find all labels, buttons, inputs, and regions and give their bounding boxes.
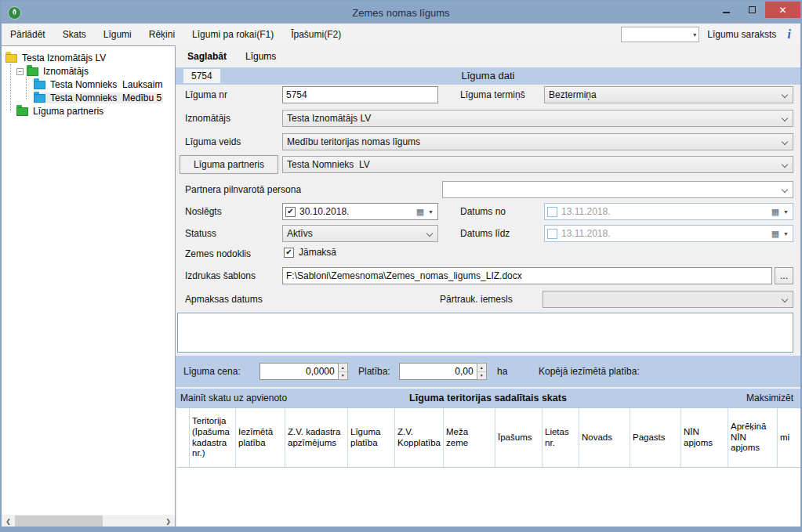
datums-no-datepicker[interactable]: 13.11.2018. ▦ ▼	[544, 203, 793, 220]
chevron-down-icon	[782, 92, 788, 98]
jamaksa-checkbox[interactable]	[284, 248, 294, 258]
pilnvarota-persona-combobox[interactable]	[442, 181, 793, 198]
spin-up-icon[interactable]: ▲	[339, 364, 347, 372]
column-header-liguma-platiba[interactable]: Līguma platība	[348, 408, 395, 467]
switch-view-button[interactable]: Mainīt skatu uz apvienoto	[180, 393, 287, 404]
form-header-title: Līguma dati	[176, 70, 800, 81]
liguma-termins-combobox[interactable]: Beztermiņa	[544, 86, 793, 103]
tree-connector-line	[10, 64, 11, 111]
tree-connector-line	[26, 78, 27, 99]
maximize-grid-button[interactable]: Maksimizēt	[746, 393, 793, 404]
spin-down-icon[interactable]: ▼	[339, 372, 347, 380]
spin-down-icon[interactable]: ▼	[477, 372, 486, 380]
platiba-label: Platība:	[358, 366, 390, 377]
column-header-novads[interactable]: Novads	[579, 408, 630, 467]
column-header-pagasts[interactable]: Pagasts	[630, 408, 681, 467]
jamaksa-checkbox-row[interactable]: Jāmaksā	[284, 247, 336, 258]
liguma-cena-spinner[interactable]: ▲▼	[259, 363, 348, 380]
menu-skats[interactable]: Skats	[54, 25, 95, 44]
chevron-down-icon	[782, 296, 788, 302]
column-header-zv-kopplatiba[interactable]: Z.V. Kopplatība	[395, 408, 444, 467]
title-bar: Zemes nomas līgums ✕	[2, 2, 800, 24]
scrollbar-thumb[interactable]	[15, 516, 103, 527]
column-header-nin-apjoms[interactable]: NĪN apjoms	[681, 408, 728, 467]
quick-search-combobox[interactable]: ▾	[621, 27, 699, 42]
datums-no-checkbox[interactable]	[547, 207, 557, 217]
liguma-partneris-button[interactable]: Līguma partneris	[180, 155, 278, 174]
pilnvarota-persona-label: Partnera pilnvarotā persona	[185, 184, 301, 195]
menu-parladet[interactable]: Pārlādēt	[2, 25, 54, 44]
scroll-right-icon[interactable]: ❯	[161, 518, 175, 525]
noslegts-checkbox[interactable]	[285, 207, 296, 217]
tree-item-iznomatajs[interactable]: − Iznomātājs	[2, 65, 175, 78]
iznomatajs-combobox[interactable]: Testa Iznomātājs LV	[282, 110, 793, 127]
chevron-down-icon[interactable]: ▼	[783, 209, 789, 215]
maximize-button[interactable]	[739, 2, 765, 18]
iznomatajs-label: Iznomātājs	[185, 113, 230, 124]
liguma-veids-combobox[interactable]: Medību teritorijas nomas līgums	[282, 133, 793, 150]
tree-item-root[interactable]: Testa Iznomātājs LV	[2, 52, 175, 64]
partrauk-iemesls-combobox[interactable]	[543, 291, 793, 308]
menu-ipasumi[interactable]: Īpašumi(F2)	[282, 25, 350, 44]
calendar-icon[interactable]: ▦	[771, 208, 779, 216]
noslegts-datepicker[interactable]: 30.10.2018. ▦ ▼	[282, 203, 438, 220]
minimize-button[interactable]	[713, 2, 739, 18]
chevron-down-icon[interactable]: ▼	[428, 209, 434, 215]
column-header-mi[interactable]: mi	[778, 408, 800, 467]
spin-up-icon[interactable]: ▲	[477, 364, 486, 372]
browse-button[interactable]: ...	[775, 267, 793, 284]
column-header-meza-zeme[interactable]: Meža zeme	[444, 408, 495, 467]
statuss-combobox[interactable]: Aktīvs	[282, 225, 438, 242]
statuss-label: Statuss	[185, 228, 216, 239]
izdrukas-sablons-input[interactable]	[282, 267, 772, 284]
platiba-unit-label: ha	[497, 366, 507, 377]
contract-form-panel: Saglabāt Līgums Līguma dati 5754 Līguma …	[176, 45, 800, 528]
chevron-down-icon: ▾	[693, 31, 696, 38]
tree-item-nomnieks-lauksaim[interactable]: Testa Nomnieks Lauksaim	[2, 78, 175, 91]
folder-blue-icon	[34, 81, 45, 89]
form-header-bar: Līguma dati 5754	[176, 67, 800, 85]
apmaksas-datums-label: Apmaksas datums	[185, 294, 263, 305]
column-header-iezimeta-platiba[interactable]: Iezīmētā platība	[236, 408, 285, 467]
column-header-lietas-nr[interactable]: Lietas nr.	[543, 408, 579, 467]
platiba-spinner[interactable]: ▲▼	[399, 363, 487, 380]
scroll-left-icon[interactable]: ❮	[2, 518, 15, 525]
column-header-zv-kadastra[interactable]: Z.V. kadastra apzīmējums	[285, 408, 348, 467]
column-header-selector[interactable]	[177, 408, 190, 467]
territories-grid-body[interactable]	[177, 468, 800, 528]
column-header-teritorija[interactable]: Teritorija (Īpašuma kadastra nr.)	[190, 408, 236, 467]
info-icon[interactable]: i	[784, 27, 794, 42]
contract-menu-button[interactable]: Līgums	[236, 47, 285, 66]
datums-lidz-checkbox[interactable]	[547, 229, 557, 239]
chevron-down-icon	[426, 230, 433, 237]
menu-ligumi-pa-rokai[interactable]: Līgumi pa rokai(F1)	[183, 25, 282, 44]
column-header-ipasums[interactable]: Īpašums	[495, 408, 543, 467]
chevron-down-icon	[782, 186, 788, 193]
territories-section-bar: Līguma teritorijas sadalītais skats Main…	[176, 389, 800, 407]
ligumu-saraksts-label[interactable]: Līgumu saraksts	[707, 29, 776, 40]
liguma-partneris-combobox[interactable]: Testa Nomnieks LV	[282, 156, 793, 173]
datums-lidz-datepicker[interactable]: 13.11.2018. ▦ ▼	[544, 225, 793, 242]
datums-lidz-label: Datums līdz	[460, 228, 510, 239]
column-header-aprekina-nin[interactable]: Aprēķinā NĪN apjoms	[728, 408, 778, 467]
tree-item-nomnieks-medibu[interactable]: Testa Nomnieks Medību 5	[2, 92, 175, 104]
tree-horizontal-scrollbar[interactable]: ❮ ❯	[2, 515, 175, 528]
tree-collapse-icon[interactable]: −	[16, 68, 24, 75]
calendar-icon[interactable]: ▦	[416, 208, 424, 216]
calendar-icon[interactable]: ▦	[771, 230, 779, 238]
menu-rekini[interactable]: Rēķini	[140, 25, 183, 44]
chevron-down-icon	[782, 161, 788, 168]
form-toolbar: Saglabāt Līgums	[176, 45, 285, 67]
chevron-down-icon[interactable]: ▼	[783, 231, 789, 237]
close-button[interactable]: ✕	[765, 2, 800, 18]
folder-yellow-icon	[5, 54, 17, 63]
liguma-cena-label: Līguma cena:	[183, 366, 241, 377]
folder-green-icon	[27, 67, 38, 76]
notes-textarea[interactable]	[177, 313, 793, 353]
territories-grid-header: Teritorija (Īpašuma kadastra nr.) Iezīmē…	[177, 407, 800, 468]
tree-item-liguma-partneris[interactable]: Līguma partneris	[2, 105, 175, 118]
datums-no-label: Datums no	[460, 206, 506, 217]
menu-ligumi[interactable]: Līgumi	[95, 25, 140, 44]
liguma-nr-input[interactable]	[282, 86, 438, 103]
save-button[interactable]: Saglabāt	[176, 47, 236, 66]
